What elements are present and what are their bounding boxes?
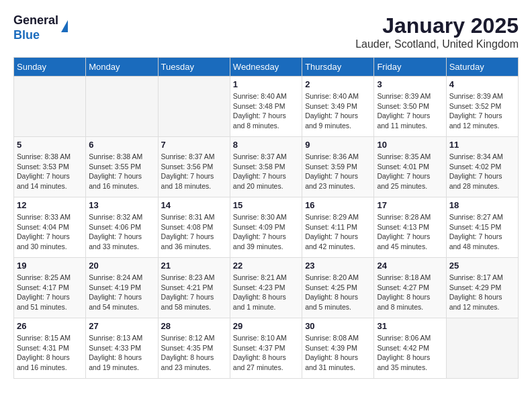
day-number: 13: [89, 200, 154, 210]
calendar-week-row: 12Sunrise: 8:33 AM Sunset: 4:04 PM Dayli…: [14, 197, 519, 258]
day-info: Sunrise: 8:36 AM Sunset: 3:59 PM Dayligh…: [305, 152, 371, 191]
day-number: 5: [17, 140, 83, 150]
calendar-cell: 20Sunrise: 8:24 AM Sunset: 4:19 PM Dayli…: [86, 258, 158, 318]
calendar-cell: 25Sunrise: 8:17 AM Sunset: 4:29 PM Dayli…: [446, 258, 518, 318]
calendar-cell: 7Sunrise: 8:37 AM Sunset: 3:56 PM Daylig…: [158, 137, 230, 197]
day-of-week-header: Friday: [374, 58, 446, 77]
day-info: Sunrise: 8:37 AM Sunset: 3:58 PM Dayligh…: [233, 152, 299, 191]
day-of-week-header: Monday: [86, 58, 158, 77]
calendar-cell: [446, 318, 518, 379]
day-of-week-header: Wednesday: [230, 58, 302, 77]
day-info: Sunrise: 8:30 AM Sunset: 4:09 PM Dayligh…: [233, 212, 299, 252]
calendar-cell: 1Sunrise: 8:40 AM Sunset: 3:48 PM Daylig…: [230, 77, 302, 137]
day-number: 6: [89, 140, 154, 150]
day-info: Sunrise: 8:21 AM Sunset: 4:23 PM Dayligh…: [233, 273, 299, 312]
calendar-cell: 24Sunrise: 8:18 AM Sunset: 4:27 PM Dayli…: [374, 258, 446, 318]
day-number: 22: [233, 261, 299, 271]
calendar-cell: 31Sunrise: 8:06 AM Sunset: 4:42 PM Dayli…: [374, 318, 446, 379]
calendar-cell: 17Sunrise: 8:28 AM Sunset: 4:13 PM Dayli…: [374, 197, 446, 258]
day-info: Sunrise: 8:24 AM Sunset: 4:19 PM Dayligh…: [89, 273, 154, 312]
calendar-cell: 21Sunrise: 8:23 AM Sunset: 4:21 PM Dayli…: [158, 258, 230, 318]
page-header: General Blue January 2025 Lauder, Scotla…: [13, 13, 519, 50]
calendar-cell: [86, 77, 158, 137]
day-number: 18: [449, 200, 515, 210]
logo-triangle-icon: [61, 20, 68, 32]
day-info: Sunrise: 8:20 AM Sunset: 4:25 PM Dayligh…: [305, 273, 371, 312]
logo-general: General: [13, 13, 58, 28]
calendar-cell: 12Sunrise: 8:33 AM Sunset: 4:04 PM Dayli…: [14, 197, 86, 258]
day-number: 24: [377, 261, 443, 271]
day-number: 2: [305, 79, 371, 89]
calendar-table: SundayMondayTuesdayWednesdayThursdayFrid…: [13, 57, 519, 379]
day-of-week-header: Tuesday: [158, 58, 230, 77]
calendar-cell: 28Sunrise: 8:12 AM Sunset: 4:35 PM Dayli…: [158, 318, 230, 379]
day-number: 17: [377, 200, 443, 210]
day-info: Sunrise: 8:29 AM Sunset: 4:11 PM Dayligh…: [305, 212, 371, 252]
day-number: 28: [161, 321, 227, 331]
calendar-cell: [158, 77, 230, 137]
title-area: January 2025 Lauder, Scotland, United Ki…: [355, 13, 519, 50]
calendar-week-row: 1Sunrise: 8:40 AM Sunset: 3:48 PM Daylig…: [14, 77, 519, 137]
day-info: Sunrise: 8:40 AM Sunset: 3:48 PM Dayligh…: [233, 91, 299, 131]
day-number: 25: [449, 261, 515, 271]
calendar-cell: 19Sunrise: 8:25 AM Sunset: 4:17 PM Dayli…: [14, 258, 86, 318]
day-info: Sunrise: 8:08 AM Sunset: 4:39 PM Dayligh…: [305, 333, 371, 373]
calendar-cell: 22Sunrise: 8:21 AM Sunset: 4:23 PM Dayli…: [230, 258, 302, 318]
calendar-cell: 8Sunrise: 8:37 AM Sunset: 3:58 PM Daylig…: [230, 137, 302, 197]
calendar-header-row: SundayMondayTuesdayWednesdayThursdayFrid…: [14, 58, 519, 77]
calendar-cell: 15Sunrise: 8:30 AM Sunset: 4:09 PM Dayli…: [230, 197, 302, 258]
day-info: Sunrise: 8:31 AM Sunset: 4:08 PM Dayligh…: [161, 212, 227, 252]
day-of-week-header: Sunday: [14, 58, 86, 77]
day-of-week-header: Saturday: [446, 58, 518, 77]
day-number: 15: [233, 200, 299, 210]
day-number: 8: [233, 140, 299, 150]
day-number: 3: [377, 79, 443, 89]
day-info: Sunrise: 8:39 AM Sunset: 3:52 PM Dayligh…: [449, 91, 515, 131]
calendar-cell: 26Sunrise: 8:15 AM Sunset: 4:31 PM Dayli…: [14, 318, 86, 379]
day-info: Sunrise: 8:35 AM Sunset: 4:01 PM Dayligh…: [377, 152, 443, 191]
calendar-cell: 5Sunrise: 8:38 AM Sunset: 3:53 PM Daylig…: [14, 137, 86, 197]
calendar-cell: [14, 77, 86, 137]
day-number: 1: [233, 79, 299, 89]
day-info: Sunrise: 8:39 AM Sunset: 3:50 PM Dayligh…: [377, 91, 443, 131]
calendar-cell: 4Sunrise: 8:39 AM Sunset: 3:52 PM Daylig…: [446, 77, 518, 137]
day-number: 27: [89, 321, 154, 331]
day-info: Sunrise: 8:37 AM Sunset: 3:56 PM Dayligh…: [161, 152, 227, 191]
calendar-cell: 3Sunrise: 8:39 AM Sunset: 3:50 PM Daylig…: [374, 77, 446, 137]
logo-blue: Blue: [13, 28, 58, 43]
location-subtitle: Lauder, Scotland, United Kingdom: [355, 38, 519, 50]
logo: General Blue: [13, 13, 68, 42]
day-number: 4: [449, 79, 515, 89]
day-number: 12: [17, 200, 83, 210]
calendar-cell: 13Sunrise: 8:32 AM Sunset: 4:06 PM Dayli…: [86, 197, 158, 258]
day-info: Sunrise: 8:38 AM Sunset: 3:53 PM Dayligh…: [17, 152, 83, 191]
calendar-week-row: 26Sunrise: 8:15 AM Sunset: 4:31 PM Dayli…: [14, 318, 519, 379]
day-number: 9: [305, 140, 371, 150]
day-info: Sunrise: 8:27 AM Sunset: 4:15 PM Dayligh…: [449, 212, 515, 252]
day-number: 11: [449, 140, 515, 150]
day-number: 21: [161, 261, 227, 271]
day-info: Sunrise: 8:32 AM Sunset: 4:06 PM Dayligh…: [89, 212, 154, 252]
calendar-cell: 16Sunrise: 8:29 AM Sunset: 4:11 PM Dayli…: [302, 197, 374, 258]
day-of-week-header: Thursday: [302, 58, 374, 77]
day-number: 16: [305, 200, 371, 210]
day-number: 14: [161, 200, 227, 210]
day-number: 19: [17, 261, 83, 271]
day-number: 20: [89, 261, 154, 271]
calendar-cell: 27Sunrise: 8:13 AM Sunset: 4:33 PM Dayli…: [86, 318, 158, 379]
day-info: Sunrise: 8:38 AM Sunset: 3:55 PM Dayligh…: [89, 152, 154, 191]
calendar-week-row: 5Sunrise: 8:38 AM Sunset: 3:53 PM Daylig…: [14, 137, 519, 197]
day-number: 30: [305, 321, 371, 331]
day-number: 29: [233, 321, 299, 331]
day-info: Sunrise: 8:18 AM Sunset: 4:27 PM Dayligh…: [377, 273, 443, 312]
day-info: Sunrise: 8:28 AM Sunset: 4:13 PM Dayligh…: [377, 212, 443, 252]
day-info: Sunrise: 8:40 AM Sunset: 3:49 PM Dayligh…: [305, 91, 371, 131]
calendar-cell: 2Sunrise: 8:40 AM Sunset: 3:49 PM Daylig…: [302, 77, 374, 137]
day-info: Sunrise: 8:34 AM Sunset: 4:02 PM Dayligh…: [449, 152, 515, 191]
calendar-cell: 9Sunrise: 8:36 AM Sunset: 3:59 PM Daylig…: [302, 137, 374, 197]
day-number: 23: [305, 261, 371, 271]
day-info: Sunrise: 8:17 AM Sunset: 4:29 PM Dayligh…: [449, 273, 515, 312]
day-number: 31: [377, 321, 443, 331]
day-number: 10: [377, 140, 443, 150]
day-info: Sunrise: 8:15 AM Sunset: 4:31 PM Dayligh…: [17, 333, 83, 373]
